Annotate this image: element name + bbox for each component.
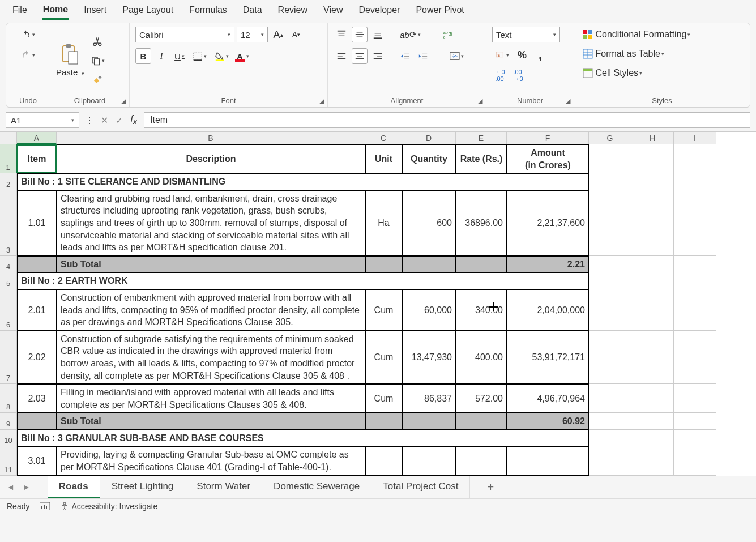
cell[interactable] [402,256,456,273]
font-color-button[interactable]: A▾ [234,48,252,64]
cell[interactable]: Clearing and grubbing road land, embankm… [57,190,365,256]
cell[interactable] [589,413,631,430]
decrease-indent-icon[interactable] [397,48,413,64]
col-header-C[interactable]: C [365,132,402,144]
menu-view[interactable]: View [322,2,344,19]
cell[interactable]: 4,96,70,964 [507,384,589,413]
cell[interactable] [456,256,507,273]
cell[interactable] [674,256,716,273]
options-icon[interactable]: ⋮ [83,115,96,126]
cell[interactable]: Amount(in Crores) [507,144,589,173]
font-launcher-icon[interactable]: ◢ [319,97,324,105]
cell[interactable]: Filling in median/island with approved m… [57,384,365,413]
cell[interactable] [365,413,402,430]
cell[interactable]: Cum [365,331,402,384]
cell[interactable]: Sub Total [57,256,365,273]
cell[interactable]: Item [17,144,57,173]
accounting-format-icon[interactable]: $▾ [492,47,512,63]
cell[interactable]: 2.03 [17,384,57,413]
cell[interactable]: 2,21,37,600 [507,190,589,256]
undo-button[interactable]: ▾ [18,27,38,42]
cell[interactable] [674,430,716,447]
increase-decimal-icon[interactable]: ←0.00 [492,67,508,83]
cell[interactable] [631,384,674,413]
cell[interactable]: Providing, laying & compacting Granular … [57,446,365,475]
row-number[interactable]: 8 [0,384,17,413]
formula-input[interactable]: Item [144,112,750,128]
row-number[interactable]: 10 [0,430,17,447]
cell[interactable]: 60,000 [402,289,456,331]
menu-power-pivot[interactable]: Power Pivot [415,2,465,19]
copy-button[interactable]: ▾ [88,53,108,69]
cell[interactable]: Sub Total [57,413,365,430]
cell[interactable]: Description [57,144,365,173]
underline-button[interactable]: U▾ [172,48,187,64]
row-number[interactable]: 7 [0,331,17,384]
row-number[interactable]: 11 [0,446,17,475]
tab-nav-prev-icon[interactable]: ◄ [7,483,15,492]
menu-formulas[interactable]: Formulas [188,2,228,19]
cell[interactable]: 60.92 [507,413,589,430]
sheet-tab-domestic-sewerage[interactable]: Domestic Sewerage [262,476,371,498]
cell[interactable]: 36896.00 [456,190,507,256]
cell[interactable] [674,446,716,475]
cell[interactable]: Ha [365,190,402,256]
cell[interactable] [589,144,631,173]
cell[interactable] [631,289,674,331]
sheet-tab-street-lighting[interactable]: Street Lighting [100,476,186,498]
align-top-icon[interactable] [334,27,349,42]
alignment-launcher-icon[interactable]: ◢ [478,97,482,105]
orientation-button[interactable]: ab⟳▾ [397,27,424,42]
cell[interactable] [589,256,631,273]
merge-center-button[interactable]: ▾ [447,48,467,64]
row-number[interactable]: 3 [0,190,17,256]
row-number[interactable]: 4 [0,256,17,273]
cell[interactable] [589,446,631,475]
format-as-table-button[interactable]: Format as Table▾ [580,46,667,62]
cell[interactable]: 13,47,930 [402,331,456,384]
align-right-icon[interactable] [370,48,386,64]
cell[interactable]: 2,04,00,000 [507,289,589,331]
cell[interactable] [631,446,674,475]
col-header-F[interactable]: F [507,132,589,144]
percent-icon[interactable]: % [514,47,530,63]
menu-page-layout[interactable]: Page Layout [121,2,174,19]
cell[interactable] [631,256,674,273]
cell[interactable]: 2.21 [507,256,589,273]
add-sheet-button[interactable]: + [487,481,494,494]
col-header-D[interactable]: D [402,132,456,144]
cell[interactable]: 400.00 [456,331,507,384]
cell[interactable]: 2.02 [17,331,57,384]
cell[interactable]: Construction of embankment with approved… [57,289,365,331]
menu-review[interactable]: Review [277,2,309,19]
fx-icon[interactable]: fx [127,114,140,126]
cell[interactable] [631,331,674,384]
cell[interactable]: Rate (Rs.) [456,144,507,173]
cell[interactable]: Bill No : 1 SITE CLERANCE AND DISMANTLIN… [17,173,589,190]
enter-icon[interactable]: ✓ [112,115,126,126]
cell[interactable] [631,173,674,190]
font-size-combo[interactable]: 12▾ [237,27,268,42]
align-bottom-icon[interactable] [370,27,386,42]
cell[interactable] [402,413,456,430]
cell[interactable] [589,190,631,256]
cell[interactable] [589,173,631,190]
cell[interactable] [631,272,674,289]
cell[interactable]: 2.01 [17,289,57,331]
clipboard-launcher-icon[interactable]: ◢ [121,97,126,105]
bold-button[interactable]: B [135,48,151,64]
italic-button[interactable]: I [153,48,169,64]
menu-data[interactable]: Data [242,2,263,19]
cell[interactable] [674,413,716,430]
cell[interactable] [674,144,716,173]
select-all-corner[interactable] [0,132,17,144]
cell[interactable] [17,413,57,430]
cell[interactable] [365,446,402,475]
cell[interactable] [674,190,716,256]
cell[interactable]: Cum [365,289,402,331]
cell[interactable] [365,256,402,273]
decrease-decimal-icon[interactable]: .00→0 [510,67,526,83]
cell[interactable] [631,430,674,447]
cell[interactable]: Bill No : 2 EARTH WORK [17,272,589,289]
align-left-icon[interactable] [334,48,349,64]
